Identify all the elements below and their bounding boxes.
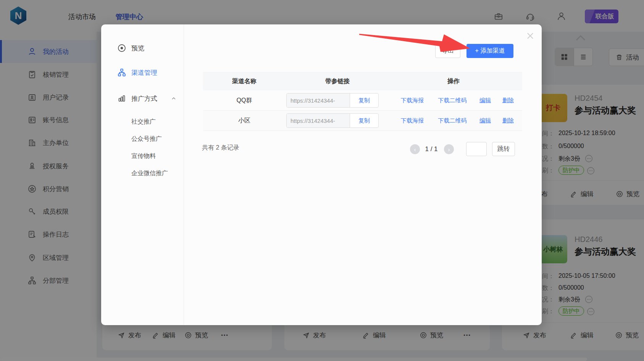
add-channel-button[interactable]: + 添加渠道 (466, 44, 513, 58)
modal-menu-channel-management[interactable]: 渠道管理 (117, 68, 157, 77)
next-page-button[interactable]: › (444, 144, 454, 154)
download-qrcode-link[interactable]: 下载二维码 (438, 117, 467, 124)
eye-dot-icon (117, 44, 126, 53)
page-indicator: 1 / 1 (425, 145, 437, 153)
col-channel-name: 渠道名称 (232, 77, 257, 85)
edit-link[interactable]: 编辑 (479, 117, 491, 124)
horizontal-scrollbar[interactable] (0, 358, 587, 361)
edit-link[interactable]: 编辑 (479, 97, 491, 104)
table-row: 小区 https://31424344- 复制 下载海报 下载二维码 编辑 删除 (203, 111, 522, 131)
link-copy-control: https://31424344- 复制 (286, 93, 379, 108)
copy-button[interactable]: 复制 (350, 93, 378, 107)
download-poster-link[interactable]: 下载海报 (401, 117, 424, 124)
copy-button[interactable]: 复制 (350, 114, 378, 127)
prev-page-button[interactable]: ‹ (410, 144, 420, 154)
channel-nodes-icon (117, 68, 126, 77)
col-link: 带参链接 (325, 77, 350, 85)
jump-button[interactable]: 跳转 (492, 142, 515, 156)
bar-chart-icon (117, 94, 126, 103)
export-button[interactable]: 导出 (435, 44, 460, 58)
col-operations: 操作 (447, 77, 460, 85)
link-url: https://31424344- (287, 114, 350, 127)
modal-submenu-social[interactable]: 社交推广 (131, 118, 156, 126)
modal-menu-divider (184, 24, 184, 325)
delete-link[interactable]: 删除 (502, 117, 514, 124)
link-copy-control: https://31424344- 复制 (286, 113, 379, 128)
channel-name: QQ群 (237, 97, 252, 105)
table-header: 渠道名称 带参链接 操作 (203, 72, 522, 90)
close-icon[interactable] (526, 32, 534, 40)
download-poster-link[interactable]: 下载海报 (401, 97, 424, 104)
channel-management-modal: 预览 渠道管理 推广方式 社交推广 公众号推广 宣传物料 企业微信推广 (101, 24, 542, 325)
table-row: QQ群 https://31424344- 复制 下载海报 下载二维码 编辑 删… (203, 90, 522, 111)
page-jump-input[interactable] (466, 142, 487, 156)
channel-name: 小区 (238, 117, 250, 125)
chevron-up-icon (171, 95, 177, 102)
modal-submenu-official-account[interactable]: 公众号推广 (131, 135, 162, 143)
modal-menu-preview[interactable]: 预览 (117, 44, 144, 53)
download-qrcode-link[interactable]: 下载二维码 (438, 97, 467, 104)
record-count: 共有 2 条记录 (202, 144, 239, 152)
modal-submenu-materials[interactable]: 宣传物料 (131, 152, 156, 160)
delete-link[interactable]: 删除 (502, 97, 514, 104)
app-root: N 活动市场 管理中心 联合版 我的活动 (0, 0, 644, 361)
modal-submenu-wecom[interactable]: 企业微信推广 (131, 169, 168, 177)
link-url: https://31424344- (287, 93, 350, 107)
modal-menu-promotion[interactable]: 推广方式 (117, 94, 177, 103)
